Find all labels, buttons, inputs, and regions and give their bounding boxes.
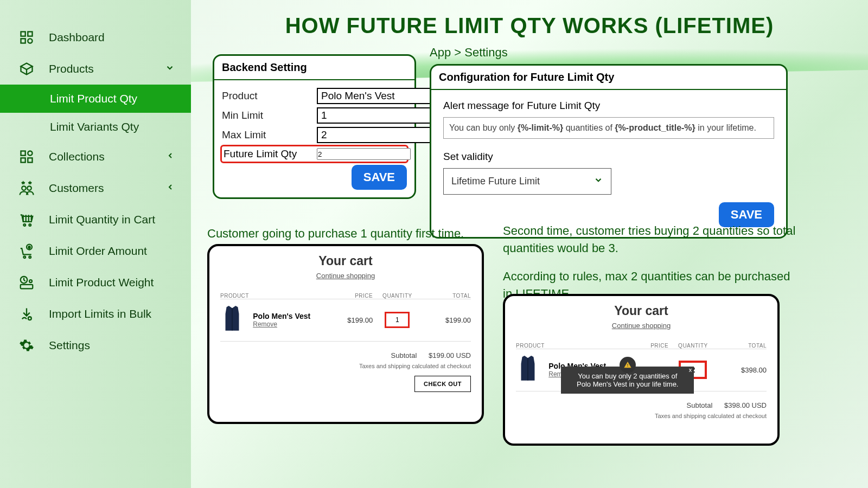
validity-label: Set validity (443, 151, 774, 163)
caption-second-purchase: Second time, customer tries buying 2 qua… (503, 222, 796, 303)
svg-point-15 (29, 256, 31, 258)
sidebar-item-limit-product-qty[interactable]: Limit Product Qty (0, 85, 191, 113)
sidebar-item-label: Import Limits in Bulk (49, 307, 151, 320)
future-limit-highlight: Future Limit Qty (220, 145, 409, 163)
svg-text:$: $ (28, 245, 30, 249)
svg-rect-2 (21, 38, 25, 43)
sidebar-item-customers[interactable]: Customers (0, 172, 191, 204)
warning-icon: ! (620, 357, 636, 373)
sidebar-item-collections[interactable]: Collections (0, 141, 191, 172)
dashboard-icon (16, 29, 37, 46)
svg-point-18 (29, 280, 32, 282)
svg-point-11 (29, 224, 31, 226)
panel-title: Configuration for Future Limit Qty (431, 66, 786, 90)
th-product: PRODUCT (516, 343, 620, 349)
tax-note: Taxes and shipping calculated at checkou… (220, 363, 471, 369)
svg-rect-1 (28, 32, 32, 36)
toast-line: You can buy only 2 quantities of (575, 372, 680, 380)
svg-rect-17 (21, 285, 33, 289)
alert-message-input[interactable]: You can buy only {%-limit-%} quantities … (443, 117, 774, 139)
continue-shopping-link[interactable]: Continue shopping (220, 272, 471, 280)
cart-title: Your cart (516, 304, 767, 318)
th-price: PRICE (324, 293, 373, 299)
svg-rect-6 (21, 158, 25, 162)
qty-input[interactable]: 1 (385, 312, 410, 328)
product-name: Polo Men's Vest (253, 312, 324, 320)
sidebar-item-label: Customers (49, 182, 104, 195)
th-total: TOTAL (718, 343, 767, 349)
vest-icon (516, 355, 540, 383)
chevron-left-icon (166, 151, 175, 163)
breadcrumb: App > Settings (430, 46, 508, 60)
total-cell: $199.00 (422, 299, 471, 341)
panel-title: Backend Setting (214, 56, 414, 80)
th-qty: QUANTITY (373, 293, 422, 299)
sidebar-item-label: Products (49, 62, 94, 75)
min-limit-label: Min Limit (222, 110, 317, 121)
svg-rect-3 (28, 38, 32, 43)
chevron-down-icon (165, 63, 175, 75)
main-content: HOW FUTURE LIMIT QTY WORKS (LIFETIME) Ba… (191, 0, 868, 488)
cart-panel-second: Your cart Continue shopping PRODUCT PRIC… (503, 294, 780, 446)
subtotal-label: Subtotal (391, 351, 417, 359)
sidebar-item-settings[interactable]: Settings (0, 330, 191, 361)
sidebar-item-label: Settings (49, 339, 90, 352)
svg-point-19 (28, 317, 31, 320)
cart-icon (16, 211, 37, 228)
max-limit-label: Max Limit (222, 129, 317, 141)
vest-icon (220, 305, 244, 333)
toast-line: Polo Men's Vest in your life time. (575, 380, 680, 388)
sidebar-item-import-bulk[interactable]: Import Limits in Bulk (0, 298, 191, 330)
checkout-button[interactable]: CHECK OUT (414, 376, 471, 392)
chevron-down-icon (593, 175, 603, 188)
sidebar-item-label: Collections (49, 150, 105, 163)
svg-point-14 (23, 256, 25, 258)
continue-shopping-link[interactable]: Continue shopping (516, 322, 767, 330)
sidebar-item-label: Limit Quantity in Cart (49, 213, 155, 226)
th-total: TOTAL (422, 293, 471, 299)
sidebar-item-products[interactable]: Products (0, 53, 191, 85)
total-cell: $398.00 (718, 349, 767, 391)
page-title: HOW FUTURE LIMIT QTY WORKS (LIFETIME) (191, 0, 868, 43)
collections-icon (16, 149, 37, 165)
th-qty: QUANTITY (668, 343, 717, 349)
future-limit-label: Future Limit Qty (224, 148, 317, 160)
backend-setting-panel: Backend Setting Product Min Limit Max Li… (213, 54, 416, 199)
sidebar-item-label: Limit Order Amount (49, 245, 147, 258)
caption-line: Second time, customer tries buying 2 qua… (503, 222, 796, 257)
close-icon[interactable]: x (689, 367, 692, 373)
sidebar-item-limit-order-amount[interactable]: $ Limit Order Amount (0, 235, 191, 267)
weight-icon (16, 274, 37, 291)
sidebar-item-limit-qty-cart[interactable]: Limit Quantity in Cart (0, 204, 191, 235)
sidebar-item-limit-product-weight[interactable]: Limit Product Weight (0, 267, 191, 298)
future-limit-input[interactable] (317, 148, 411, 160)
sidebar-item-label: Limit Product Qty (50, 92, 137, 105)
svg-point-5 (28, 151, 32, 156)
customers-icon (16, 180, 37, 196)
tax-note: Taxes and shipping calculated at checkou… (516, 413, 767, 419)
sidebar-item-limit-variants-qty[interactable]: Limit Variants Qty (0, 113, 191, 141)
svg-rect-0 (21, 32, 25, 36)
svg-point-9 (27, 186, 31, 190)
subtotal-value: $398.00 USD (724, 401, 767, 409)
box-icon (16, 61, 37, 77)
price-cell: $199.00 (324, 299, 373, 341)
th-price: PRICE (620, 343, 668, 349)
sidebar-item-label: Dashboard (49, 31, 105, 44)
alert-label: Alert message for Future Limit Qty (443, 100, 774, 112)
validity-dropdown[interactable]: Lifetime Future Limit (443, 168, 611, 195)
remove-link[interactable]: Remove (253, 320, 324, 328)
caption-first-purchase: Customer going to purchase 1 quantity fi… (207, 225, 464, 242)
sidebar-item-dashboard[interactable]: Dashboard (0, 22, 191, 53)
sidebar: Dashboard Products Limit Product Qty Lim… (0, 0, 191, 488)
product-label: Product (222, 90, 317, 102)
import-icon (16, 306, 37, 322)
cart-panel-first: Your cart Continue shopping PRODUCT PRIC… (207, 244, 484, 424)
chevron-left-icon (166, 183, 175, 194)
save-button[interactable]: SAVE (352, 165, 407, 190)
svg-point-8 (22, 186, 26, 190)
svg-text:!: ! (627, 363, 628, 368)
svg-rect-7 (28, 158, 32, 162)
subtotal-label: Subtotal (687, 401, 713, 409)
config-panel: Configuration for Future Limit Qty Alert… (430, 64, 788, 239)
